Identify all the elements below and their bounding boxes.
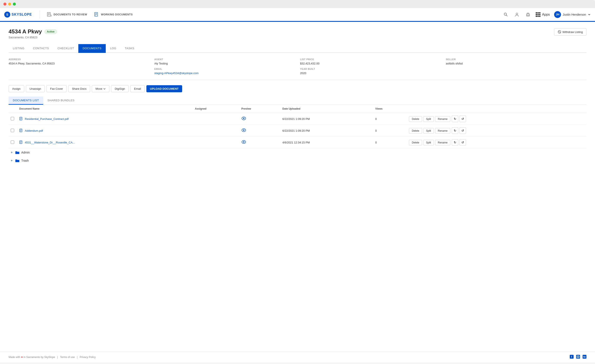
upload-document-button[interactable]: UPLOAD DOCUMENT [146, 85, 182, 92]
maximize-button[interactable] [13, 3, 16, 6]
main-tabs: LISTING CONTACTS CHECKLIST DOCUMENTS LOG… [8, 44, 587, 53]
logo-text: SKYSLOPE [12, 13, 32, 16]
footer-made-with: Made with [8, 356, 20, 359]
svg-text:tw: tw [583, 356, 586, 358]
user-profile-button[interactable] [513, 11, 520, 18]
add-folder-trash-button[interactable]: + [11, 159, 13, 163]
doc-link-1[interactable]: Residential_Purchase_Contract.pdf [19, 117, 191, 121]
folder-admin-label[interactable]: Admin [21, 151, 30, 154]
email-button[interactable]: Email [130, 85, 145, 92]
digisign-button[interactable]: DigiSign [111, 85, 129, 92]
rotate-btn-2[interactable]: ↻ [452, 127, 458, 134]
doc-link-2[interactable]: Addendum.pdf [19, 129, 191, 133]
tab-listing[interactable]: LISTING [8, 44, 29, 53]
working-docs-icon [94, 12, 99, 17]
pdf-icon [19, 117, 23, 121]
preview-btn-1[interactable] [241, 117, 246, 121]
profile-icon [515, 12, 519, 17]
delete-btn-2[interactable]: Delete [409, 128, 422, 134]
tab-contacts[interactable]: CONTACTS [29, 44, 53, 53]
search-icon [504, 12, 508, 17]
assign-button[interactable]: Assign [8, 85, 24, 92]
main-content: 4534 A Pkwy Active Sacramento, CA 95823 … [0, 22, 595, 352]
folder-trash-label[interactable]: Trash [21, 159, 29, 162]
preview-btn-2[interactable] [241, 128, 246, 133]
logo[interactable]: S SKYSLOPE [4, 12, 32, 18]
split-btn-3[interactable]: Split [423, 140, 434, 145]
unassign-button[interactable]: Unassign [26, 85, 45, 92]
row-date-1: 6/22/2021 1:09:20 PM [280, 113, 373, 125]
preview-btn-3[interactable] [241, 140, 246, 144]
instagram-icon[interactable] [576, 355, 580, 359]
split-btn-2[interactable]: Split [423, 128, 434, 134]
footer-divider: | [57, 356, 58, 359]
undo-btn-3[interactable]: ↺ [460, 139, 466, 146]
rotate-btn-3[interactable]: ↻ [452, 139, 458, 146]
twitter-icon[interactable]: tw [583, 355, 587, 359]
print-icon [526, 12, 530, 17]
minimize-button[interactable] [8, 3, 11, 6]
tab-documents[interactable]: DOCUMENTS [78, 44, 106, 53]
col-assigned: Assigned [193, 105, 239, 113]
withdraw-listing-button[interactable]: Withdraw Listing [554, 28, 587, 36]
seller-value: asfdsfs sfsfsd [446, 62, 587, 65]
rename-btn-2[interactable]: Rename [435, 128, 450, 134]
subtab-documents-list[interactable]: DOCUMENTS LIST [8, 97, 43, 105]
user-menu-button[interactable]: JH Justin Henderson [554, 11, 591, 18]
apps-button[interactable]: Apps [536, 12, 550, 17]
subtab-shared-bundles[interactable]: SHARED BUNDLES [43, 97, 79, 105]
seller-field: SELLER asfdsfs sfsfsd [446, 58, 587, 75]
move-button[interactable]: Move [92, 85, 109, 92]
row-views-3: 0 [373, 137, 407, 148]
nav-working-docs[interactable]: WORKING DOCUMENTS [91, 8, 136, 21]
doc-link-3[interactable]: 4531__Waterstone_Dr__Roseville_CA... [19, 141, 191, 144]
eye-icon [241, 117, 246, 120]
add-folder-admin-button[interactable]: + [11, 150, 13, 154]
print-button[interactable] [524, 11, 531, 18]
tab-log[interactable]: LOG [106, 44, 120, 53]
rename-btn-3[interactable]: Rename [435, 140, 450, 145]
nav-right: Apps JH Justin Henderson [502, 11, 591, 18]
undo-btn-2[interactable]: ↺ [460, 127, 466, 134]
delete-btn-1[interactable]: Delete [409, 116, 422, 122]
svg-rect-15 [527, 15, 529, 16]
user-avatar: JH [554, 11, 561, 18]
footer-privacy-link[interactable]: Privacy Policy [80, 356, 96, 359]
delete-btn-3[interactable]: Delete [409, 140, 422, 145]
property-address: Sacramento, CA 95823 [8, 36, 57, 39]
list-price-value: $32,423,432.00 [300, 62, 441, 65]
chevron-down-icon [588, 13, 591, 16]
fax-cover-button[interactable]: Fax Cover [46, 85, 67, 92]
eye-icon [241, 128, 246, 132]
folder-trash-row: + Trash [8, 157, 587, 165]
row-checkbox-2[interactable] [11, 129, 14, 132]
table-row: Residential_Purchase_Contract.pdf 6/22/2… [8, 113, 587, 125]
address-value: 4534 A Pkwy, Sacramento, CA 95823 [8, 62, 149, 65]
property-header: 4534 A Pkwy Active Sacramento, CA 95823 … [8, 28, 587, 39]
eye-icon [241, 140, 246, 144]
nav-docs-to-review[interactable]: DOCUMENTS TO REVIEW [43, 8, 91, 21]
rename-btn-1[interactable]: Rename [435, 116, 450, 122]
tab-checklist[interactable]: CHECKLIST [53, 44, 78, 53]
rotate-btn-1[interactable]: ↻ [452, 116, 458, 122]
logo-icon: S [4, 12, 10, 18]
tab-tasks[interactable]: TASKS [120, 44, 138, 53]
property-info: 4534 A Pkwy Active Sacramento, CA 95823 [8, 28, 57, 39]
svg-point-6 [50, 15, 52, 16]
row-checkbox-1[interactable] [11, 117, 14, 120]
search-button[interactable] [502, 11, 509, 18]
split-btn-1[interactable]: Split [423, 116, 434, 122]
footer-terms-link[interactable]: Terms of use [60, 356, 75, 359]
sub-tabs: DOCUMENTS LIST SHARED BUNDLES [8, 97, 587, 105]
footer-separator: | [77, 356, 78, 359]
share-docs-button[interactable]: Share Docs [68, 85, 90, 92]
facebook-icon[interactable]: f [570, 355, 574, 359]
agent-field: AGENT Aly Testing EMAIL staging-APkwy453… [154, 58, 295, 75]
email-link[interactable]: staging-APkwy4534@skyslope.com [154, 71, 199, 75]
address-field: ADDRESS 4534 A Pkwy, Sacramento, CA 9582… [8, 58, 149, 75]
nav-divider [40, 11, 40, 18]
row-checkbox-3[interactable] [11, 141, 14, 144]
undo-btn-1[interactable]: ↺ [460, 116, 466, 122]
year-built-label: YEAR BUILT [300, 68, 441, 70]
close-button[interactable] [3, 3, 7, 6]
